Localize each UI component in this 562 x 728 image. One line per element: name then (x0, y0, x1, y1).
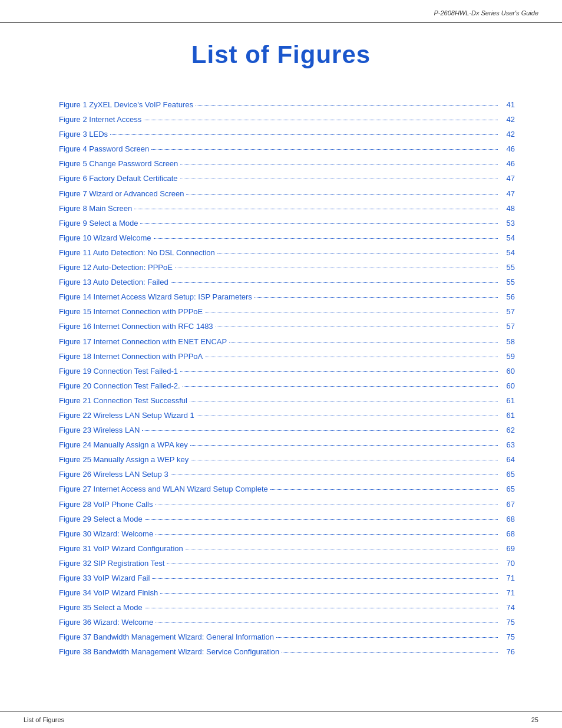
toc-row: Figure 14 Internet Access Wizard Setup: … (59, 291, 515, 304)
toc-entry-label[interactable]: Figure 14 Internet Access Wizard Setup: … (59, 291, 252, 304)
toc-page-number: 70 (500, 557, 515, 570)
toc-entry-label[interactable]: Figure 28 VoIP Phone Calls (59, 498, 153, 511)
toc-page-number: 76 (500, 645, 515, 658)
toc-entry-label[interactable]: Figure 19 Connection Test Failed-1 (59, 365, 178, 378)
toc-row: Figure 36 Wizard: Welcome75 (59, 616, 515, 629)
toc-entry-label[interactable]: Figure 4 Password Screen (59, 143, 149, 156)
toc-page-number: 65 (500, 468, 515, 481)
toc-row: Figure 23 Wireless LAN62 (59, 424, 515, 437)
toc-dots (282, 652, 498, 653)
toc-entry-label[interactable]: Figure 30 Wizard: Welcome (59, 528, 153, 541)
toc-entry-label[interactable]: Figure 10 Wizard Welcome (59, 232, 151, 245)
toc-entry-label[interactable]: Figure 23 Wireless LAN (59, 424, 140, 437)
toc-dots (190, 401, 498, 401)
toc-entry-label[interactable]: Figure 37 Bandwidth Management Wizard: G… (59, 631, 274, 644)
toc-row: Figure 12 Auto-Detection: PPPoE55 (59, 261, 515, 274)
toc-dots (152, 578, 498, 579)
toc-entry-label[interactable]: Figure 7 Wizard or Advanced Screen (59, 187, 184, 200)
toc-entry-label[interactable]: Figure 25 Manually Assign a WEP key (59, 453, 189, 466)
toc-entry-label[interactable]: Figure 27 Internet Access and WLAN Wizar… (59, 483, 268, 496)
toc-page-number: 42 (500, 113, 515, 126)
toc-row: Figure 26 Wireless LAN Setup 365 (59, 468, 515, 481)
page-title-section: List of Figures (0, 23, 562, 93)
toc-entry-label[interactable]: Figure 8 Main Screen (59, 202, 132, 215)
page-title: List of Figures (24, 41, 538, 69)
toc-page-number: 54 (500, 232, 515, 245)
toc-entry-label[interactable]: Figure 5 Change Password Screen (59, 157, 178, 170)
toc-row: Figure 2 Internet Access42 (59, 113, 515, 126)
toc-dots (155, 505, 498, 505)
toc-entry-label[interactable]: Figure 22 Wireless LAN Setup Wizard 1 (59, 409, 194, 422)
toc-page-number: 55 (500, 261, 515, 274)
toc-entry-label[interactable]: Figure 3 LEDs (59, 128, 108, 141)
toc-row: Figure 34 VoIP Wizard Finish71 (59, 587, 515, 599)
toc-page-number: 61 (500, 394, 515, 407)
toc-entry-label[interactable]: Figure 12 Auto-Detection: PPPoE (59, 261, 173, 274)
toc-page-number: 55 (500, 276, 515, 289)
toc-row: Figure 19 Connection Test Failed-160 (59, 365, 515, 378)
toc-row: Figure 29 Select a Mode68 (59, 513, 515, 526)
toc-entry-label[interactable]: Figure 31 VoIP Wizard Configuration (59, 542, 183, 555)
toc-entry-label[interactable]: Figure 15 Internet Connection with PPPoE (59, 305, 203, 318)
toc-page-number: 71 (500, 572, 515, 585)
toc-row: Figure 27 Internet Access and WLAN Wizar… (59, 483, 515, 496)
toc-dots (276, 637, 498, 638)
toc-dots (190, 445, 498, 446)
toc-page-number: 74 (500, 601, 515, 614)
toc-page-number: 41 (500, 98, 515, 111)
toc-entry-label[interactable]: Figure 9 Select a Mode (59, 217, 138, 230)
toc-entry-label[interactable]: Figure 36 Wizard: Welcome (59, 616, 153, 629)
toc-page-number: 68 (500, 528, 515, 541)
toc-page-number: 57 (500, 320, 515, 333)
toc-page-number: 62 (500, 424, 515, 437)
toc-page-number: 48 (500, 202, 515, 215)
toc-page-number: 42 (500, 128, 515, 141)
toc-page-number: 47 (500, 172, 515, 185)
toc-page-number: 60 (500, 365, 515, 378)
toc-row: Figure 16 Internet Connection with RFC 1… (59, 320, 515, 333)
toc-row: Figure 22 Wireless LAN Setup Wizard 161 (59, 409, 515, 422)
toc-entry-label[interactable]: Figure 18 Internet Connection with PPPoA (59, 350, 203, 363)
toc-row: Figure 15 Internet Connection with PPPoE… (59, 305, 515, 318)
toc-dots (142, 430, 498, 431)
toc-page-number: 57 (500, 305, 515, 318)
toc-entry-label[interactable]: Figure 21 Connection Test Successful (59, 394, 187, 407)
toc-entry-label[interactable]: Figure 6 Factory Default Certificate (59, 172, 178, 185)
toc-entry-label[interactable]: Figure 11 Auto Detection: No DSL Connect… (59, 246, 215, 259)
toc-dots (110, 134, 498, 135)
toc-entry-label[interactable]: Figure 1 ZyXEL Device's VoIP Features (59, 98, 193, 111)
toc-dots (196, 105, 498, 106)
toc-dots (145, 519, 498, 520)
toc-row: Figure 25 Manually Assign a WEP key64 (59, 453, 515, 466)
toc-page-number: 59 (500, 350, 515, 363)
toc-content: Figure 1 ZyXEL Device's VoIP Features41F… (0, 93, 562, 684)
toc-dots (160, 593, 498, 594)
toc-dots (217, 253, 498, 253)
toc-entry-label[interactable]: Figure 2 Internet Access (59, 113, 141, 126)
toc-row: Figure 18 Internet Connection with PPPoA… (59, 350, 515, 363)
toc-entry-label[interactable]: Figure 24 Manually Assign a WPA key (59, 439, 188, 452)
toc-entry-label[interactable]: Figure 20 Connection Test Failed-2. (59, 380, 180, 393)
toc-dots (151, 149, 498, 150)
toc-page-number: 54 (500, 246, 515, 259)
toc-row: Figure 7 Wizard or Advanced Screen47 (59, 187, 515, 200)
toc-entry-label[interactable]: Figure 26 Wireless LAN Setup 3 (59, 468, 168, 481)
toc-dots (134, 209, 498, 209)
toc-row: Figure 21 Connection Test Successful61 (59, 394, 515, 407)
toc-dots (156, 534, 498, 535)
toc-entry-label[interactable]: Figure 16 Internet Connection with RFC 1… (59, 320, 213, 333)
toc-row: Figure 1 ZyXEL Device's VoIP Features41 (59, 98, 515, 111)
toc-dots (171, 475, 498, 475)
toc-entry-label[interactable]: Figure 29 Select a Mode (59, 513, 143, 526)
toc-page-number: 61 (500, 409, 515, 422)
toc-entry-label[interactable]: Figure 38 Bandwidth Management Wizard: S… (59, 645, 279, 658)
toc-row: Figure 28 VoIP Phone Calls67 (59, 498, 515, 511)
toc-entry-label[interactable]: Figure 17 Internet Connection with ENET … (59, 335, 227, 348)
toc-row: Figure 6 Factory Default Certificate47 (59, 172, 515, 185)
toc-entry-label[interactable]: Figure 33 VoIP Wizard Fail (59, 572, 150, 585)
toc-entry-label[interactable]: Figure 32 SIP Registration Test (59, 557, 164, 570)
toc-entry-label[interactable]: Figure 35 Select a Mode (59, 601, 143, 614)
toc-entry-label[interactable]: Figure 13 Auto Detection: Failed (59, 276, 168, 289)
toc-row: Figure 30 Wizard: Welcome68 (59, 528, 515, 541)
toc-entry-label[interactable]: Figure 34 VoIP Wizard Finish (59, 587, 158, 599)
